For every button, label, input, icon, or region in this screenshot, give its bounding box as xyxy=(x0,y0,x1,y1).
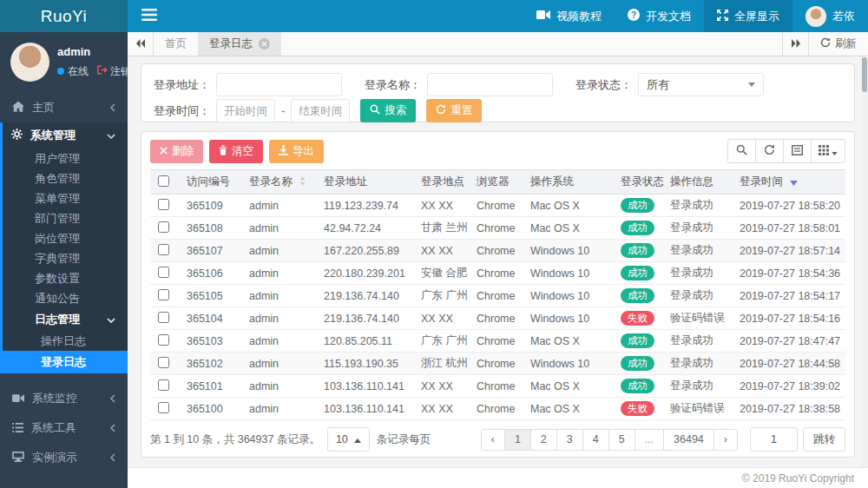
sidebar-item-system-tools[interactable]: 系统工具 xyxy=(0,413,128,443)
sidebar-item-menu-mgmt[interactable]: 菜单管理 xyxy=(0,188,128,208)
row-checkbox[interactable] xyxy=(158,199,169,210)
column-header-status: 登录状态 xyxy=(617,170,667,195)
cell-checkbox xyxy=(150,240,183,262)
table-row[interactable]: 365109admin119.123.239.74XX XXChromeMac … xyxy=(150,195,845,217)
pagination-prev[interactable]: ‹ xyxy=(481,429,505,451)
nav-item-user[interactable]: 若依 xyxy=(792,0,868,32)
status-badge: 成功 xyxy=(621,379,654,393)
cell-time: 2019-07-27 18:58:20 xyxy=(736,195,845,217)
cell-name: admin xyxy=(246,262,320,285)
table-detail-view-button[interactable] xyxy=(783,139,812,163)
nav-item-video-tutorial[interactable]: 视频教程 xyxy=(523,0,615,32)
pagination-page-1[interactable]: 1 xyxy=(505,429,531,451)
row-checkbox[interactable] xyxy=(158,267,169,278)
sidebar-item-home[interactable]: 主页 xyxy=(0,93,128,122)
login-status-select[interactable]: 所有 xyxy=(638,73,764,96)
logout-button[interactable]: 注销 xyxy=(97,64,128,79)
sidebar-toggle-button[interactable] xyxy=(128,0,171,32)
page-size-select[interactable]: 10 xyxy=(327,427,370,452)
cell-message: 验证码错误 xyxy=(667,398,736,420)
row-checkbox[interactable] xyxy=(158,334,169,346)
chevron-down-icon xyxy=(107,129,115,142)
sidebar-item-log-mgmt[interactable]: 日志管理 xyxy=(0,308,128,331)
table-row[interactable]: 365100admin103.136.110.141XX XXChromeMac… xyxy=(150,398,845,420)
home-icon xyxy=(12,101,24,115)
table-body: 365109admin119.123.239.74XX XXChromeMac … xyxy=(150,195,845,420)
sidebar-item-notice[interactable]: 通知公告 xyxy=(0,288,128,308)
end-time-input[interactable] xyxy=(291,99,350,122)
sidebar-item-dept-mgmt[interactable]: 部门管理 xyxy=(0,208,128,228)
table-row[interactable]: 365107admin167.220.255.89XX XXChromeWind… xyxy=(150,240,845,262)
sidebar-item-param-settings[interactable]: 参数设置 xyxy=(0,268,128,288)
scrollbar[interactable] xyxy=(861,56,868,467)
login-address-label: 登录地址： xyxy=(154,77,210,93)
row-checkbox[interactable] xyxy=(158,402,169,413)
jump-button[interactable]: 跳转 xyxy=(803,427,845,452)
hamburger-icon xyxy=(141,9,157,23)
table-row[interactable]: 365101admin103.136.110.141XX XXChromeMac… xyxy=(150,375,845,398)
table-row[interactable]: 365105admin219.136.74.140广东 广州ChromeWind… xyxy=(150,285,845,307)
row-checkbox[interactable] xyxy=(158,312,169,323)
table-row[interactable]: 365102admin115.193.190.35浙江 杭州ChromeWind… xyxy=(150,353,845,375)
status-badge: 成功 xyxy=(621,288,654,303)
pagination-page-3[interactable]: 3 xyxy=(557,429,583,451)
start-time-input[interactable] xyxy=(216,99,275,122)
select-all-checkbox[interactable] xyxy=(158,175,169,187)
pagination-page-5[interactable]: 5 xyxy=(609,429,635,451)
jump-page-input[interactable] xyxy=(750,427,798,452)
tabs-scroll-right-button[interactable] xyxy=(782,32,808,56)
scrollbar-thumb[interactable] xyxy=(862,57,867,92)
cell-location: XX XX xyxy=(418,307,473,330)
sidebar-item-demo[interactable]: 实例演示 xyxy=(0,443,128,472)
cell-id: 365106 xyxy=(183,262,246,285)
pagination-page-4[interactable]: 4 xyxy=(583,429,609,451)
login-address-input[interactable] xyxy=(216,73,342,96)
table-refresh-button[interactable] xyxy=(755,139,784,163)
pagination-page-36494[interactable]: 36494 xyxy=(664,429,714,451)
table-row[interactable]: 365103admin120.85.205.11广东 广州ChromeMac O… xyxy=(150,330,845,353)
avatar[interactable] xyxy=(10,43,49,82)
pagination-page-2[interactable]: 2 xyxy=(531,429,557,451)
column-header-name[interactable]: 登录名称 xyxy=(246,170,320,195)
cell-id: 365105 xyxy=(183,285,246,307)
brand-logo[interactable]: RuoYi xyxy=(0,0,128,32)
tab-login-log[interactable]: 登录日志 xyxy=(198,32,281,56)
sidebar-item-operation-log[interactable]: 操作日志 xyxy=(0,331,128,351)
nav-item-fullscreen[interactable]: 全屏显示 xyxy=(704,0,792,32)
table-row[interactable]: 365104admin219.136.74.140XX XXChromeWind… xyxy=(150,307,845,330)
cell-time: 2019-07-27 18:38:58 xyxy=(736,398,845,420)
clear-button[interactable]: 清空 xyxy=(209,140,263,163)
sidebar-item-role-mgmt[interactable]: 角色管理 xyxy=(0,168,128,188)
table-toolbar: 删除 清空 导出 xyxy=(150,139,845,163)
table-row[interactable]: 365108admin42.94.72.24甘肃 兰州ChromeMac OS … xyxy=(150,217,845,240)
row-checkbox[interactable] xyxy=(158,289,169,300)
export-button[interactable]: 导出 xyxy=(269,140,324,163)
nav-item-dev-docs[interactable]: ? 开发文档 xyxy=(615,0,704,32)
refresh-tab-button[interactable]: 刷新 xyxy=(808,32,868,56)
sidebar-item-post-mgmt[interactable]: 岗位管理 xyxy=(0,228,128,248)
pagination-next[interactable]: › xyxy=(714,429,738,451)
cell-location: XX XX xyxy=(418,375,473,398)
table-search-toggle-button[interactable] xyxy=(727,139,756,163)
column-header-time[interactable]: 登录时间 xyxy=(736,170,845,195)
sidebar-item-system-mgmt[interactable]: 系统管理 xyxy=(0,122,128,148)
row-checkbox[interactable] xyxy=(158,357,169,368)
table-columns-button[interactable] xyxy=(811,139,845,163)
row-checkbox[interactable] xyxy=(158,244,169,255)
reset-button[interactable]: 重置 xyxy=(426,99,482,122)
sidebar-item-dict-mgmt[interactable]: 字典管理 xyxy=(0,248,128,268)
delete-button[interactable]: 删除 xyxy=(150,140,203,163)
cell-message: 登录成功 xyxy=(667,375,736,398)
sidebar-item-login-log[interactable]: 登录日志 xyxy=(0,351,128,373)
tab-home[interactable]: 首页 xyxy=(154,32,198,56)
close-icon[interactable] xyxy=(259,38,270,49)
sidebar-item-system-monitor[interactable]: 系统监控 xyxy=(0,384,128,413)
desktop-icon xyxy=(12,452,24,465)
table-row[interactable]: 365106admin220.180.239.201安徽 合肥ChromeWin… xyxy=(150,262,845,285)
tabs-scroll-left-button[interactable] xyxy=(128,32,154,56)
sidebar-item-user-mgmt[interactable]: 用户管理 xyxy=(0,148,128,168)
row-checkbox[interactable] xyxy=(158,379,169,391)
search-button[interactable]: 搜索 xyxy=(360,99,416,122)
login-name-input[interactable] xyxy=(427,73,553,96)
row-checkbox[interactable] xyxy=(158,221,169,233)
